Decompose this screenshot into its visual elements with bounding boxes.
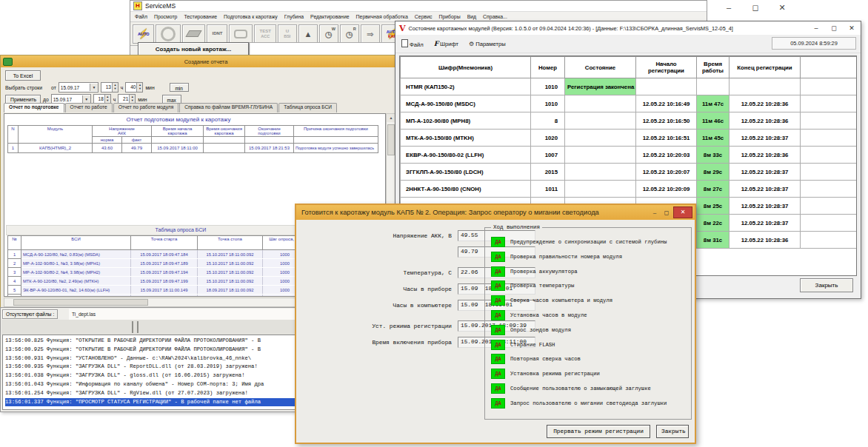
yes-badge: ДА bbox=[491, 252, 505, 262]
yes-badge: ДА bbox=[491, 310, 505, 320]
erase-button[interactable] bbox=[182, 24, 205, 44]
status-toolbar: Файл FШрифт ⚙Параметры 05.09.2024 8:59:2… bbox=[395, 35, 861, 53]
field-label: Часы в приборе bbox=[304, 286, 458, 292]
chevron-down-icon[interactable]: ▼ bbox=[90, 84, 98, 91]
field-label: Уст. режима регистрации bbox=[304, 323, 458, 329]
close-icon[interactable]: ✕ bbox=[775, 3, 789, 13]
module-row[interactable]: ЕКВР-А-90-150/80-02 (LLFH)100712.05.22 1… bbox=[401, 147, 858, 164]
menu-item[interactable]: Вид bbox=[467, 14, 476, 19]
status-close-button[interactable]: Закрыть bbox=[800, 278, 853, 292]
menu-item[interactable]: Глубина bbox=[284, 14, 304, 19]
progress-item: ДАУстановка режима регистрации bbox=[491, 369, 688, 379]
scrollbar-thumb[interactable] bbox=[387, 124, 395, 155]
report-window-title: Создание отчета bbox=[13, 58, 399, 65]
eraser-icon bbox=[186, 30, 202, 37]
module-row[interactable]: МСД-А-90-150/80 (MSDC)101012.05.22 10:16… bbox=[401, 95, 858, 112]
servicems-titlebar: H ServiceMS bbox=[130, 1, 707, 12]
log-line[interactable]: 13:56:00.925 Функция: "ОТКРЫТИЕ В РАБОЧЕ… bbox=[5, 346, 308, 354]
splitter-grip-icon[interactable] bbox=[132, 321, 138, 333]
minute-from-spinner[interactable]: 40▲▼ bbox=[125, 82, 143, 93]
menu-item[interactable]: Приборы bbox=[438, 14, 460, 19]
to-excel-button[interactable]: To Excel bbox=[5, 70, 41, 81]
tab-2[interactable]: Отчет по работе bbox=[65, 103, 113, 112]
file-icon bbox=[401, 39, 408, 47]
yes-badge: ДА bbox=[491, 295, 505, 306]
round-icon bbox=[161, 27, 176, 41]
log-line[interactable]: 13:56:01.254 Функция: "ЗАГРУЗКА DLL" - R… bbox=[5, 389, 308, 398]
dialog-title: Готовится к каротажу модуль КАП5 № 2. Оп… bbox=[301, 209, 599, 216]
report-window-icon bbox=[3, 58, 13, 66]
rocket-icon: ▲ bbox=[304, 30, 312, 38]
link-button[interactable] bbox=[229, 24, 253, 44]
create-new-log-button[interactable]: Создать новый каротаж... bbox=[138, 42, 249, 56]
status-window-title: Состояние каротажных модулей (Версия: 1.… bbox=[409, 25, 733, 32]
hour-from-spinner[interactable]: 13▲▼ bbox=[101, 82, 118, 93]
protocol-log[interactable]: 13:56:00.825 Функция: "ОТКРЫТИЕ В РАБОЧЕ… bbox=[2, 335, 309, 410]
file-menu[interactable]: Файл bbox=[401, 39, 424, 48]
minimize-icon[interactable]: – bbox=[722, 3, 735, 13]
prep-table-title: Отчет подготовки модулей к каротажу bbox=[4, 116, 353, 123]
missing-files-button[interactable]: Отсутствуют файлы : bbox=[2, 309, 58, 319]
progress-item-label: Установка часов в модуле bbox=[510, 312, 587, 318]
scrollbar-thumb[interactable] bbox=[13, 299, 148, 306]
progress-item: ДАПроверка аккумулятора bbox=[491, 266, 688, 277]
module-row[interactable]: МП-А-102-90/80 (MPH8)812.05.22 10:16:501… bbox=[401, 112, 858, 130]
prep-table-row[interactable]: 1 КАП5(HTMR)_2 43.60 49.79 15.09.2017 18… bbox=[8, 144, 378, 153]
minimize-icon[interactable]: – bbox=[807, 21, 825, 35]
test-acc-button[interactable]: TESTACC bbox=[254, 24, 276, 44]
export-button[interactable]: ⇒ bbox=[361, 24, 380, 44]
params-menu[interactable]: ⚙Параметры bbox=[469, 41, 506, 47]
u-bsi-button[interactable]: UBSI bbox=[278, 24, 297, 44]
field-label: Напряжение АКК, В bbox=[304, 233, 458, 239]
tab-1[interactable]: Отчет по подготовке bbox=[4, 103, 64, 112]
rocket-button[interactable]: ▲ bbox=[298, 24, 318, 44]
module-row[interactable]: МТК-А-90-150/80 (MTKH)102012.05.22 10:16… bbox=[401, 130, 858, 147]
tab-3[interactable]: Отчет по работе модуля bbox=[113, 103, 179, 112]
module-row[interactable]: ЗГГКЛП-А-90-150/80 (LDCH)201512.05.22 10… bbox=[401, 164, 858, 181]
menu-item[interactable]: Первичная обработка bbox=[356, 14, 408, 19]
min-button[interactable]: min bbox=[170, 83, 189, 92]
reset-button[interactable] bbox=[156, 24, 181, 44]
menu-item[interactable]: Подготовка к каротажу bbox=[224, 14, 278, 19]
progress-item-label: Установка режима регистрации bbox=[510, 371, 600, 377]
log-line[interactable]: 13:56:01.337 Функция: "ПРОСМОТР СТАТУСА … bbox=[5, 398, 308, 407]
app-icon: H bbox=[133, 1, 142, 10]
close-icon[interactable]: ✕ bbox=[673, 206, 692, 218]
log-line[interactable]: 13:56:00.825 Функция: "ОТКРЫТИЕ В РАБОЧЕ… bbox=[5, 337, 308, 346]
idnt-button[interactable]: IDNT bbox=[207, 24, 227, 44]
menu-item[interactable]: Тестирование bbox=[184, 14, 217, 19]
maximize-icon[interactable]: ◻ bbox=[661, 209, 672, 216]
menu-item[interactable]: Редактирование bbox=[310, 14, 350, 19]
auto-start-button[interactable]: ⚡AUTO bbox=[133, 24, 154, 44]
menu-item[interactable]: Файл bbox=[135, 14, 147, 19]
minimize-icon[interactable]: – bbox=[650, 209, 660, 216]
module-row[interactable]: 2ННКТ-А-90-150/80 (CNOH)101112.05.22 10:… bbox=[401, 181, 858, 198]
log-line[interactable]: 13:56:01.043 Функция: "Информация по кан… bbox=[5, 380, 308, 389]
progress-title: Ход выполнения bbox=[491, 224, 542, 230]
clock-read-button[interactable]: ◷R bbox=[340, 24, 359, 44]
dialog-close-button[interactable]: Закрыть bbox=[656, 425, 689, 438]
progress-groupbox: Ход выполнения ДАПредупреждение о синхро… bbox=[484, 227, 692, 420]
maximize-icon[interactable]: ◻ bbox=[749, 3, 762, 13]
splitter-bar[interactable] bbox=[1, 320, 310, 335]
log-line[interactable]: 13:56:00.931 Функция: "УСТАНОВЛЕНО" - Да… bbox=[5, 354, 308, 363]
progress-item-label: Запрос пользователю о мигании светодиода… bbox=[510, 400, 667, 406]
chevron-down-icon[interactable]: ▼ bbox=[82, 95, 90, 103]
date-from-combobox[interactable]: 15.09.17▼ bbox=[59, 82, 99, 93]
module-row[interactable]: HTMR (КАП150-2)1010Регистрация закончена bbox=[401, 78, 858, 95]
report-titlebar: Создание отчета bbox=[1, 56, 399, 67]
field-label: Температура, С bbox=[304, 270, 458, 276]
maximize-icon[interactable]: ◻ bbox=[825, 21, 843, 35]
close-icon[interactable]: ✕ bbox=[843, 21, 861, 35]
abort-registration-button[interactable]: Прервать режим регистрации bbox=[547, 425, 650, 438]
log-line[interactable]: 13:56:01.038 Функция: "ЗАГРУЗКА DLL" - g… bbox=[5, 372, 308, 380]
clock-write-button[interactable]: ◷W bbox=[319, 24, 338, 44]
preparation-dialog: Готовится к каротажу модуль КАП5 № 2. Оп… bbox=[295, 204, 696, 444]
menu-item[interactable]: Сервис bbox=[415, 14, 433, 19]
log-line[interactable]: 13:56:00.935 Функция: "ЗАГРУЗКА DLL" - R… bbox=[5, 363, 308, 372]
tab-4[interactable]: Справка по файлам ВРЕМЯ-ГЛУБИНА bbox=[179, 103, 278, 112]
tab-5[interactable]: Таблица опроса БСИ bbox=[278, 103, 337, 112]
menu-item[interactable]: Просмотр bbox=[154, 14, 177, 19]
menu-item[interactable]: Справка... bbox=[483, 14, 507, 19]
font-menu[interactable]: FШрифт bbox=[434, 40, 458, 47]
